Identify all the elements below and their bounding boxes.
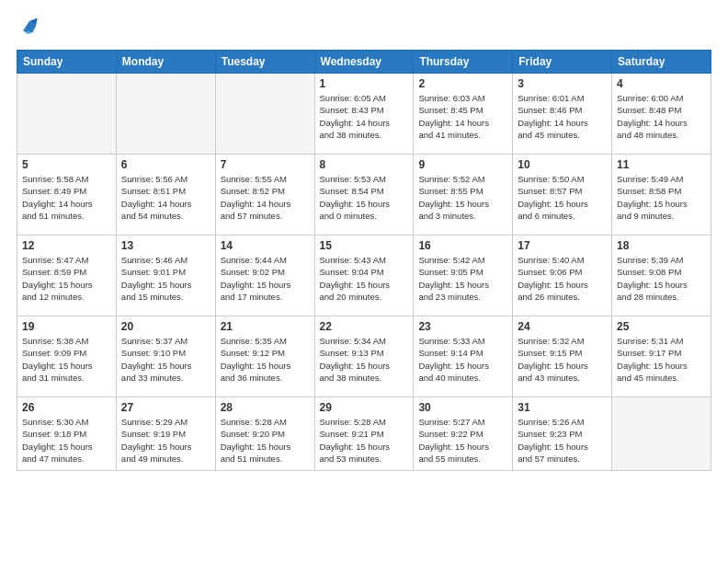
cell-info: Sunrise: 5:43 AM Sunset: 9:04 PM Dayligh… [320,254,409,303]
cell-date: 21 [221,320,310,333]
cell-date: 19 [22,320,111,333]
cell-info: Sunrise: 5:42 AM Sunset: 9:05 PM Dayligh… [418,254,507,303]
week-row-2: 5Sunrise: 5:58 AM Sunset: 8:49 PM Daylig… [17,155,711,236]
cell-info: Sunrise: 6:01 AM Sunset: 8:46 PM Dayligh… [518,92,607,141]
cell-date: 3 [518,77,607,90]
cell-date: 8 [320,158,409,171]
day-header-sunday: Sunday [17,51,117,74]
cal-cell: 14Sunrise: 5:44 AM Sunset: 9:02 PM Dayli… [215,236,314,316]
cell-date: 18 [617,239,706,252]
cal-cell: 19Sunrise: 5:38 AM Sunset: 9:09 PM Dayli… [17,316,117,397]
cell-date: 29 [320,401,409,414]
cell-date: 13 [121,239,210,252]
cell-date: 22 [320,320,409,333]
day-header-monday: Monday [116,51,215,74]
cell-info: Sunrise: 5:49 AM Sunset: 8:58 PM Dayligh… [617,173,706,222]
cal-cell [17,74,117,155]
cell-date: 2 [418,77,507,90]
cell-info: Sunrise: 6:03 AM Sunset: 8:45 PM Dayligh… [418,92,507,141]
cell-info: Sunrise: 5:27 AM Sunset: 9:22 PM Dayligh… [418,416,507,465]
week-row-5: 26Sunrise: 5:30 AM Sunset: 9:18 PM Dayli… [17,397,711,471]
cell-date: 20 [121,320,210,333]
calendar-table: SundayMondayTuesdayWednesdayThursdayFrid… [17,50,711,471]
cell-date: 25 [617,320,706,333]
cal-cell: 2Sunrise: 6:03 AM Sunset: 8:45 PM Daylig… [414,74,513,155]
cell-date: 17 [518,239,607,252]
cell-info: Sunrise: 5:30 AM Sunset: 9:18 PM Dayligh… [22,416,111,465]
cell-info: Sunrise: 5:39 AM Sunset: 9:08 PM Dayligh… [617,254,706,303]
cell-date: 14 [221,239,310,252]
cal-cell: 27Sunrise: 5:29 AM Sunset: 9:19 PM Dayli… [116,397,215,471]
cell-date: 1 [320,77,409,90]
day-header-wednesday: Wednesday [314,51,414,74]
cal-cell: 8Sunrise: 5:53 AM Sunset: 8:54 PM Daylig… [314,155,414,236]
cell-info: Sunrise: 5:38 AM Sunset: 9:09 PM Dayligh… [22,335,111,384]
cell-date: 15 [320,239,409,252]
cell-info: Sunrise: 5:26 AM Sunset: 9:23 PM Dayligh… [518,416,607,465]
cell-date: 23 [418,320,507,333]
cal-cell: 9Sunrise: 5:52 AM Sunset: 8:55 PM Daylig… [414,155,513,236]
cell-date: 26 [22,401,111,414]
cell-info: Sunrise: 5:44 AM Sunset: 9:02 PM Dayligh… [221,254,310,303]
cell-info: Sunrise: 5:58 AM Sunset: 8:49 PM Dayligh… [22,173,111,222]
cell-info: Sunrise: 5:28 AM Sunset: 9:21 PM Dayligh… [320,416,409,465]
cal-cell: 4Sunrise: 6:00 AM Sunset: 8:48 PM Daylig… [612,74,711,155]
cal-cell: 5Sunrise: 5:58 AM Sunset: 8:49 PM Daylig… [17,155,117,236]
cell-info: Sunrise: 5:28 AM Sunset: 9:20 PM Dayligh… [221,416,310,465]
logo-bird-icon [17,15,42,40]
cal-cell: 25Sunrise: 5:31 AM Sunset: 9:17 PM Dayli… [612,316,711,397]
week-row-4: 19Sunrise: 5:38 AM Sunset: 9:09 PM Dayli… [17,316,711,397]
cal-cell: 17Sunrise: 5:40 AM Sunset: 9:06 PM Dayli… [513,236,612,316]
cal-cell: 31Sunrise: 5:26 AM Sunset: 9:23 PM Dayli… [513,397,612,471]
cell-date: 30 [418,401,507,414]
cal-cell: 3Sunrise: 6:01 AM Sunset: 8:46 PM Daylig… [513,74,612,155]
logo [17,15,46,40]
cell-date: 24 [518,320,607,333]
cal-cell: 1Sunrise: 6:05 AM Sunset: 8:43 PM Daylig… [314,74,414,155]
cal-cell: 6Sunrise: 5:56 AM Sunset: 8:51 PM Daylig… [116,155,215,236]
cell-info: Sunrise: 5:55 AM Sunset: 8:52 PM Dayligh… [221,173,310,222]
cell-date: 6 [121,158,210,171]
cell-date: 31 [518,401,607,414]
cell-info: Sunrise: 5:35 AM Sunset: 9:12 PM Dayligh… [221,335,310,384]
cell-date: 27 [121,401,210,414]
cal-cell: 24Sunrise: 5:32 AM Sunset: 9:15 PM Dayli… [513,316,612,397]
week-row-1: 1Sunrise: 6:05 AM Sunset: 8:43 PM Daylig… [17,74,711,155]
cell-info: Sunrise: 5:47 AM Sunset: 8:59 PM Dayligh… [22,254,111,303]
days-header-row: SundayMondayTuesdayWednesdayThursdayFrid… [17,51,711,74]
cell-date: 28 [221,401,310,414]
cell-info: Sunrise: 5:32 AM Sunset: 9:15 PM Dayligh… [518,335,607,384]
page: SundayMondayTuesdayWednesdayThursdayFrid… [0,0,728,563]
cal-cell: 18Sunrise: 5:39 AM Sunset: 9:08 PM Dayli… [612,236,711,316]
cal-cell: 7Sunrise: 5:55 AM Sunset: 8:52 PM Daylig… [215,155,314,236]
cell-info: Sunrise: 5:52 AM Sunset: 8:55 PM Dayligh… [418,173,507,222]
cal-cell: 30Sunrise: 5:27 AM Sunset: 9:22 PM Dayli… [414,397,513,471]
cell-date: 12 [22,239,111,252]
cell-info: Sunrise: 5:37 AM Sunset: 9:10 PM Dayligh… [121,335,210,384]
cell-info: Sunrise: 5:31 AM Sunset: 9:17 PM Dayligh… [617,335,706,384]
cal-cell: 15Sunrise: 5:43 AM Sunset: 9:04 PM Dayli… [314,236,414,316]
header [17,15,711,40]
cal-cell: 29Sunrise: 5:28 AM Sunset: 9:21 PM Dayli… [314,397,414,471]
cal-cell [612,397,711,471]
cal-cell [116,74,215,155]
cal-cell: 12Sunrise: 5:47 AM Sunset: 8:59 PM Dayli… [17,236,117,316]
cal-cell: 16Sunrise: 5:42 AM Sunset: 9:05 PM Dayli… [414,236,513,316]
cell-date: 10 [518,158,607,171]
day-header-tuesday: Tuesday [215,51,314,74]
cell-info: Sunrise: 5:29 AM Sunset: 9:19 PM Dayligh… [121,416,210,465]
cell-date: 9 [418,158,507,171]
day-header-friday: Friday [513,51,612,74]
cell-date: 7 [221,158,310,171]
cell-date: 4 [617,77,706,90]
cell-info: Sunrise: 6:00 AM Sunset: 8:48 PM Dayligh… [617,92,706,141]
cell-date: 16 [418,239,507,252]
cal-cell: 23Sunrise: 5:33 AM Sunset: 9:14 PM Dayli… [414,316,513,397]
cal-cell: 20Sunrise: 5:37 AM Sunset: 9:10 PM Dayli… [116,316,215,397]
cell-date: 11 [617,158,706,171]
day-header-thursday: Thursday [414,51,513,74]
cell-info: Sunrise: 5:40 AM Sunset: 9:06 PM Dayligh… [518,254,607,303]
cal-cell: 22Sunrise: 5:34 AM Sunset: 9:13 PM Dayli… [314,316,414,397]
cell-info: Sunrise: 5:50 AM Sunset: 8:57 PM Dayligh… [518,173,607,222]
cell-info: Sunrise: 6:05 AM Sunset: 8:43 PM Dayligh… [320,92,409,141]
